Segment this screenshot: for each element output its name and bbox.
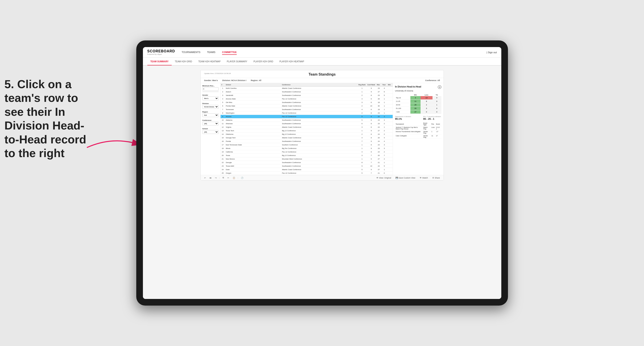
copy-button[interactable]: ⧉	[222, 176, 225, 179]
h2h-loss-100plus: 0	[420, 110, 432, 114]
table-row[interactable]: 16 Florida Southeastern Conference 7 9 2…	[220, 140, 393, 143]
cell-reg-rank: 2	[358, 133, 366, 136]
cell-rank: 4	[220, 97, 225, 101]
nav-tournaments[interactable]: TOURNAMENTS	[182, 50, 200, 55]
conference-select[interactable]: (All)	[202, 122, 218, 126]
h2h-close-button[interactable]: ✕	[438, 85, 441, 89]
table-row[interactable]: 7 Tennessee Southeastern Conference 4 6 …	[220, 108, 393, 111]
cell-tour: 4	[382, 140, 387, 143]
watch-button[interactable]: 👁 Watch	[419, 176, 429, 179]
cell-school: Alabama	[225, 118, 281, 122]
table-row[interactable]: 11 Arkansas Southeastern Conference 6 8 …	[220, 122, 393, 126]
undo-button[interactable]: ↩	[203, 176, 207, 179]
tourn-row-3[interactable]: Cabo Collegiate Stroke Play 11 17	[395, 135, 441, 139]
table-row[interactable]: 23 Texas A&M Southeastern Conference 9 1…	[220, 164, 393, 168]
cell-conf-rank: 6	[366, 101, 376, 104]
redo-button[interactable]: ↪	[214, 176, 218, 179]
save-custom-view-button[interactable]: 💾 Save Custom View	[395, 176, 416, 179]
paste-button[interactable]: 📋	[232, 176, 236, 179]
table-row[interactable]: 4 Arizona State Pac-12 Conference 4 6 26…	[220, 97, 393, 101]
table-row[interactable]: 6 Florida State Atlantic Coast Conferenc…	[220, 104, 393, 108]
table-row[interactable]: 13 Texas Tech Big 12 Conference 1 9 27 2	[220, 129, 393, 133]
table-row[interactable]: 21 New Mexico Mountain West Conference 1…	[220, 157, 393, 161]
cell-school: Vanderbilt	[225, 94, 281, 97]
gender-select[interactable]: Men's	[202, 97, 218, 100]
cell-tour: 1	[382, 104, 387, 108]
skip-back-button[interactable]: ⏮	[208, 176, 212, 179]
cell-win	[387, 129, 393, 133]
opponents-label: Opponents in division:	[395, 116, 412, 118]
school-select[interactable]: (All)	[202, 130, 218, 134]
cell-conference: Atlantic Coast Conference	[281, 168, 358, 172]
cell-tour: 4	[382, 87, 387, 90]
cell-conference: Southeastern Conference	[281, 122, 358, 126]
cell-tour: 2	[382, 129, 387, 133]
cell-rank: 23	[220, 164, 225, 168]
cut-button[interactable]: ✂	[226, 176, 230, 179]
region-select[interactable]: N/A	[202, 113, 218, 117]
min-rounds-slider[interactable]	[202, 91, 218, 92]
sign-out[interactable]: | Sign out	[486, 51, 497, 54]
cell-conf-rank: 9	[366, 129, 376, 133]
cell-win	[387, 126, 393, 129]
clock-button[interactable]: 🕐	[240, 176, 244, 179]
cell-rank: 11	[220, 122, 225, 126]
view-original-button[interactable]: 👁 View: Original	[376, 176, 392, 179]
table-row[interactable]: 5 Ole Miss Southeastern Conference 3 6 1…	[220, 101, 393, 104]
table-row[interactable]: 8 Washington Pac-12 Conference 2 8 23 1	[220, 111, 393, 115]
h2h-col-tie: Tie	[432, 94, 441, 96]
cell-rank: 22	[220, 161, 225, 164]
table-row[interactable]: 20 Texas Big 12 Conference 3 7 20 7	[220, 154, 393, 157]
nav-teams[interactable]: TEAMS	[207, 50, 216, 55]
division-select[interactable]: NCAA Division I	[202, 105, 218, 109]
cell-conf-rank: 9	[366, 87, 376, 90]
cell-conference: Southeastern Conference	[281, 118, 358, 122]
table-row[interactable]: 18 Illinois Big Ten Conference 1 9 23 3	[220, 147, 393, 150]
cell-win	[387, 94, 393, 97]
table-row[interactable]: 22 Georgia Southeastern Conference 8 7 2…	[220, 161, 393, 164]
sub-nav-team-h2h-grid[interactable]: TEAM H2H GRID	[172, 58, 195, 65]
table-row[interactable]: 19 California Pac-12 Conference 4 8 24 2	[220, 150, 393, 154]
cell-conference: Atlantic Coast Conference	[281, 126, 358, 129]
table-row[interactable]: 10 Alabama Southeastern Conference 5 8 2…	[220, 118, 393, 122]
tourn-score-1: 2-3-0 1	[436, 126, 441, 130]
cell-rank: 12	[220, 126, 225, 129]
sub-nav-team-h2h-heatmap[interactable]: TEAM H2H HEATMAP	[195, 58, 224, 65]
cell-tour: 3	[382, 143, 387, 147]
sub-nav-player-h2h-heatmap[interactable]: PLAYER H2H HEATMAP	[276, 58, 307, 65]
table-row[interactable]: 9 Arizona Pac-12 Conference 5 8 20 3	[220, 115, 393, 118]
cell-tour: 2	[382, 157, 387, 161]
sub-nav-team-summary[interactable]: TEAM SUMMARY	[147, 58, 172, 65]
min-rounds-input[interactable]	[202, 87, 218, 91]
nav-committee[interactable]: COMMITTEE	[222, 50, 237, 55]
table-row[interactable]: 15 Georgia Tech Atlantic Coast Conferenc…	[220, 136, 393, 140]
table-row[interactable]: 1 North Carolina Atlantic Coast Conferen…	[220, 87, 393, 90]
share-button[interactable]: ⬆ Share	[432, 176, 441, 179]
cell-school: Florida State	[225, 104, 281, 108]
cell-rds: 20	[376, 115, 382, 118]
table-row[interactable]: 24 Duke Atlantic Coast Conference 5 9 27…	[220, 168, 393, 172]
col-rank: #	[220, 83, 225, 87]
cell-conf-rank: 9	[366, 90, 376, 94]
table-row[interactable]: 3 Vanderbilt Southeastern Conference 2 8…	[220, 94, 393, 97]
table-row[interactable]: 2 Auburn Southeastern Conference 1 9 27 …	[220, 90, 393, 94]
tourn-score-2: -17	[436, 130, 441, 135]
cell-conf-rank: 8	[366, 115, 376, 118]
cell-rank: 20	[220, 154, 225, 157]
table-row[interactable]: 25 Oregon Pac-12 Conference 5 7 21 0	[220, 172, 393, 175]
tourn-row-1[interactable]: Jackson T. Stephens Cup Men's Match Play…	[395, 126, 441, 130]
cell-win	[387, 101, 393, 104]
tourn-name-3: Cabo Collegiate	[395, 135, 423, 139]
cell-conf-rank: 8	[366, 118, 376, 122]
cell-conf-rank: 8	[366, 133, 376, 136]
cell-rds: 21	[376, 172, 382, 175]
col-rds: Rds	[376, 83, 382, 87]
table-row[interactable]: 12 Virginia Atlantic Coast Conference 3 …	[220, 126, 393, 129]
sub-nav-player-summary[interactable]: PLAYER SUMMARY	[224, 58, 250, 65]
table-row[interactable]: 14 Oklahoma Big 12 Conference 2 8 24 2	[220, 133, 393, 136]
cell-rds: 18	[376, 108, 382, 111]
cell-rds: 23	[376, 94, 382, 97]
table-row[interactable]: 17 East Tennessee State Southern Confere…	[220, 143, 393, 147]
sub-nav-player-h2h-grid[interactable]: PLAYER H2H GRID	[250, 58, 276, 65]
tourn-row-2[interactable]: Arizona Thunderbirds Intercollegiate Str…	[395, 130, 441, 135]
